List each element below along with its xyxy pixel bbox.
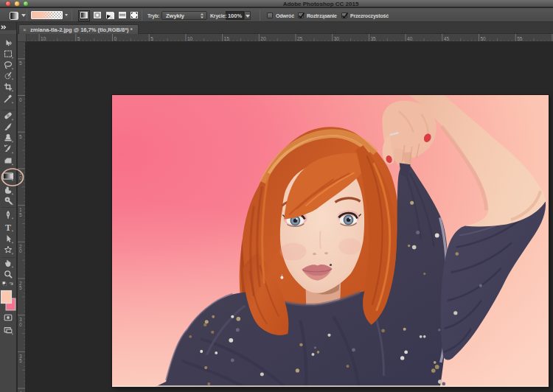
svg-text:Krycie:: Krycie:: [210, 13, 226, 19]
svg-text:×: ×: [23, 27, 27, 33]
svg-text:T: T: [5, 223, 11, 233]
svg-text:10: 10: [187, 36, 193, 41]
svg-text:Przezroczystość: Przezroczystość: [350, 13, 389, 19]
svg-text:Zwykły: Zwykły: [166, 13, 185, 19]
svg-text:0: 0: [114, 36, 117, 41]
svg-text:40: 40: [407, 36, 413, 41]
svg-text:Roztrząsanie: Roztrząsanie: [307, 13, 337, 19]
svg-text:50: 50: [481, 36, 487, 41]
svg-text:Tryb:: Tryb:: [147, 13, 159, 19]
svg-text:Adobe Photoshop CC 2015: Adobe Photoshop CC 2015: [283, 1, 359, 7]
svg-text:zmiana-tla-2.jpg @ 16,7% (tlo,: zmiana-tla-2.jpg @ 16,7% (tlo,RGB/8*) *: [30, 27, 133, 33]
svg-text:5: 5: [150, 36, 153, 41]
svg-text:25: 25: [297, 36, 303, 41]
svg-text:100%: 100%: [228, 13, 243, 19]
svg-text:10: 10: [41, 36, 46, 41]
svg-text:Odwróć: Odwróć: [276, 13, 294, 18]
svg-text:15: 15: [224, 36, 230, 41]
svg-text:55: 55: [517, 36, 523, 41]
svg-text:35: 35: [370, 36, 376, 41]
svg-text:5: 5: [77, 36, 80, 41]
svg-text:20: 20: [260, 36, 266, 41]
svg-text:30: 30: [334, 36, 340, 41]
svg-text:45: 45: [444, 36, 450, 41]
